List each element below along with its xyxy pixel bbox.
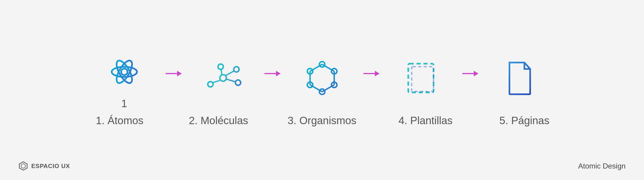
- label-molecules: 2. Moléculas: [180, 114, 258, 127]
- step-atoms: 1: [85, 54, 163, 110]
- step-molecules: [184, 60, 262, 104]
- step-2-text: 2. Moléculas: [189, 114, 248, 127]
- label-pages: 5. Páginas: [485, 114, 564, 127]
- svg-marker-35: [19, 162, 27, 170]
- label-organisms: 3. Organismos: [278, 114, 366, 127]
- step-1-label: 1: [121, 97, 127, 110]
- logo-area: ESPACIO UX: [18, 161, 70, 171]
- steps-row: 1: [85, 54, 559, 110]
- molecules-icon: [205, 60, 242, 96]
- brand-text: Atomic Design: [578, 162, 626, 170]
- label-atoms: 1. Átomos: [80, 114, 159, 127]
- arrow-4: [460, 69, 481, 78]
- step-5-text: 5. Páginas: [499, 114, 549, 127]
- footer: ESPACIO UX Atomic Design: [18, 161, 626, 171]
- step-4-text: 4. Plantillas: [398, 114, 452, 127]
- svg-marker-36: [21, 164, 25, 168]
- atoms-icon: [106, 54, 142, 90]
- label-templates: 4. Plantillas: [386, 114, 464, 127]
- svg-line-12: [226, 79, 236, 82]
- svg-marker-34: [474, 71, 478, 76]
- arrow-2: [262, 69, 283, 78]
- organisms-icon: [304, 60, 340, 96]
- svg-point-0: [121, 69, 128, 75]
- main-container: 1: [0, 0, 644, 180]
- svg-point-7: [234, 67, 239, 72]
- labels-row: 1. Átomos 2. Moléculas 3. Organismos 4. …: [80, 114, 564, 127]
- svg-point-9: [208, 82, 213, 87]
- svg-line-11: [226, 71, 234, 76]
- step-pages: [481, 60, 559, 104]
- svg-marker-16: [276, 71, 280, 76]
- svg-point-10: [218, 64, 223, 70]
- templates-icon: [402, 60, 439, 96]
- svg-point-8: [235, 80, 240, 85]
- svg-line-14: [221, 70, 222, 75]
- logo-icon: [18, 161, 28, 171]
- pages-icon: [502, 60, 538, 96]
- step-1-text: 1. Átomos: [96, 114, 143, 127]
- svg-rect-32: [412, 67, 434, 92]
- logo-text: ESPACIO UX: [31, 162, 70, 170]
- step-templates: [382, 60, 460, 104]
- step-organisms: [283, 60, 361, 104]
- svg-line-13: [213, 80, 220, 83]
- arrow-1: [163, 69, 184, 78]
- arrow-3: [361, 69, 382, 78]
- svg-marker-30: [375, 71, 380, 76]
- svg-point-6: [220, 75, 226, 81]
- svg-marker-5: [177, 71, 182, 76]
- step-3-text: 3. Organismos: [288, 114, 356, 127]
